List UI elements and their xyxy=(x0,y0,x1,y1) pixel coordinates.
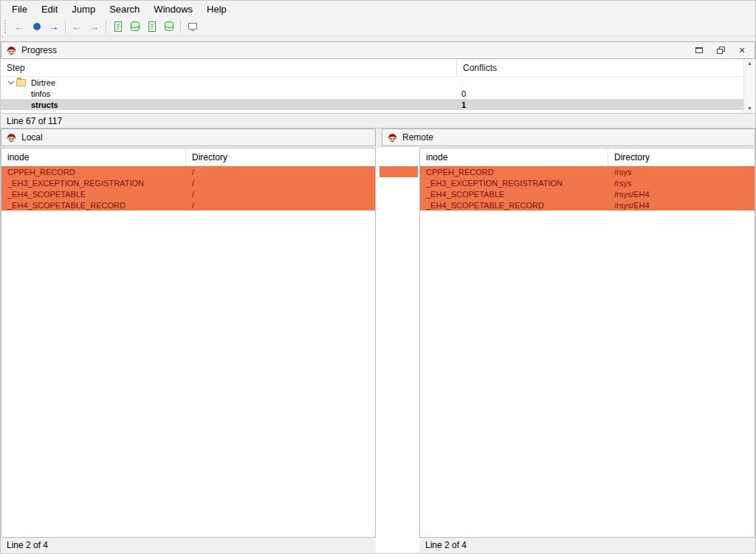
table-row[interactable]: _EH3_EXCEPTION_REGISTRATION /rsys xyxy=(420,177,755,188)
tree-row[interactable]: Dirtree xyxy=(1,77,743,88)
nav-back-glyph: ← xyxy=(72,21,83,32)
nav-forward-glyph: → xyxy=(89,21,100,32)
table-row[interactable]: _EH4_SCOPETABLE /rsys/EH4 xyxy=(420,188,755,199)
bottom-status-bar: Line 2 of 4 Line 2 of 4 xyxy=(1,538,755,553)
menu-item[interactable]: File xyxy=(5,1,35,17)
table-row[interactable]: _EH4_SCOPETABLE_RECORD / xyxy=(1,199,375,211)
remote-status-text: Line 2 of 4 xyxy=(425,540,467,550)
close-glyph: × xyxy=(739,46,745,55)
step-label: structs xyxy=(31,100,58,109)
document-icon-2[interactable] xyxy=(143,18,160,35)
inode-cell: _EH4_SCOPETABLE xyxy=(1,190,186,199)
inode-cell: _EH4_SCOPETABLE_RECORD xyxy=(1,201,186,210)
conflicts-value: 1 xyxy=(461,100,466,109)
remote-table-body: CPPEH_RECORD /rsys _EH3_EXCEPTION_REGIST… xyxy=(420,166,755,211)
toolbar: ← → ← → xyxy=(1,17,755,36)
local-table: inode Directory CPPEH_RECORD / _EH3_EXCE… xyxy=(1,148,376,538)
document-icon[interactable] xyxy=(109,18,126,35)
blue-dot-glyph xyxy=(33,23,41,30)
chevron-glyph xyxy=(7,78,13,84)
status-gutter xyxy=(376,538,419,553)
progress-title: Progress xyxy=(21,45,57,55)
tree-row[interactable]: tinfos 0 xyxy=(1,88,743,99)
progress-titlebar[interactable]: Progress × xyxy=(1,41,755,59)
app-icon xyxy=(387,132,398,143)
directory-cell: /rsys xyxy=(608,179,755,188)
inode-cell: CPPEH_RECORD xyxy=(1,168,186,177)
toolbar-drag-handle[interactable] xyxy=(4,20,8,33)
column-header-inode[interactable]: inode xyxy=(1,148,186,165)
maximize-glyph xyxy=(695,47,703,54)
local-status-text: Line 2 of 4 xyxy=(7,540,48,550)
database-icon[interactable] xyxy=(126,18,143,35)
back-icon[interactable]: ← xyxy=(11,18,28,35)
tree-row[interactable]: structs 1 xyxy=(1,99,743,110)
scroll-down-icon[interactable]: ▼ xyxy=(747,106,752,112)
progress-status-text: Line 67 of 117 xyxy=(7,116,62,126)
column-header-inode[interactable]: inode xyxy=(420,148,608,165)
local-titlebar[interactable]: Local xyxy=(1,129,376,146)
database-icon-2[interactable] xyxy=(160,18,177,35)
local-title: Local xyxy=(21,132,43,143)
folder-icon xyxy=(16,79,26,86)
toolbar-separator xyxy=(65,20,66,33)
remote-table-header: inode Directory xyxy=(420,148,755,166)
titlebar-gap xyxy=(376,129,382,146)
conflicts-value: 0 xyxy=(461,89,466,98)
current-position-icon[interactable] xyxy=(28,18,45,35)
float-icon[interactable] xyxy=(715,45,726,55)
menu-item[interactable]: Help xyxy=(200,1,234,17)
inode-cell: _EH3_EXCEPTION_REGISTRATION xyxy=(420,179,608,188)
directory-cell: /rsys/EH4 xyxy=(608,190,755,199)
navigate-forward-icon[interactable]: → xyxy=(86,18,103,35)
panel-titlebars: Local Remote xyxy=(1,129,755,146)
directory-cell: / xyxy=(186,179,375,188)
step-label: tinfos xyxy=(31,89,50,98)
navigate-back-icon[interactable]: ← xyxy=(69,18,86,35)
progress-window-buttons: × xyxy=(694,45,750,55)
document-glyph xyxy=(146,21,158,33)
table-row[interactable]: _EH3_EXCEPTION_REGISTRATION / xyxy=(1,177,375,188)
directory-cell: /rsys xyxy=(608,168,755,177)
progress-table: Step Conflicts Dirtree tinfos xyxy=(1,59,755,114)
progress-scrollbar[interactable]: ▲ ▼ xyxy=(743,59,755,113)
column-header-step[interactable]: Step xyxy=(1,59,457,76)
directory-cell: / xyxy=(186,201,375,210)
toolbar-separator xyxy=(106,20,106,33)
remote-status: Line 2 of 4 xyxy=(419,538,755,553)
step-label: Dirtree xyxy=(31,78,55,87)
app-window: File Edit Jump Search Windows Help ← → ←… xyxy=(0,0,756,554)
menu-item[interactable]: Search xyxy=(103,1,147,17)
remote-table: inode Directory CPPEH_RECORD /rsys _EH3_… xyxy=(419,148,755,538)
column-header-directory[interactable]: Directory xyxy=(608,148,755,165)
remote-titlebar[interactable]: Remote xyxy=(382,129,755,146)
back-arrow-glyph: ← xyxy=(14,21,25,32)
menu-item[interactable]: Edit xyxy=(35,1,65,17)
local-table-body: CPPEH_RECORD / _EH3_EXCEPTION_REGISTRATI… xyxy=(1,166,375,211)
table-row[interactable]: _EH4_SCOPETABLE_RECORD /rsys/EH4 xyxy=(420,199,755,211)
diff-content: inode Directory CPPEH_RECORD / _EH3_EXCE… xyxy=(1,148,755,538)
forward-icon[interactable]: → xyxy=(45,18,62,35)
toolbar-separator xyxy=(180,20,181,33)
document-glyph xyxy=(112,21,124,33)
maximize-icon[interactable] xyxy=(694,45,704,55)
desktop-glyph xyxy=(187,21,199,33)
table-row[interactable]: CPPEH_RECORD / xyxy=(1,166,375,177)
menu-item[interactable]: Jump xyxy=(65,1,103,17)
conflict-marker[interactable] xyxy=(379,166,418,177)
table-row[interactable]: CPPEH_RECORD /rsys xyxy=(420,166,755,177)
diff-map-gutter xyxy=(376,148,419,538)
close-icon[interactable]: × xyxy=(737,45,747,55)
column-header-conflicts[interactable]: Conflicts xyxy=(457,59,743,76)
database-glyph xyxy=(129,21,141,33)
column-header-directory[interactable]: Directory xyxy=(186,148,375,165)
menu-item[interactable]: Windows xyxy=(147,1,200,17)
progress-table-header: Step Conflicts xyxy=(1,59,743,77)
inode-cell: CPPEH_RECORD xyxy=(420,168,608,177)
scroll-up-icon[interactable]: ▲ xyxy=(747,61,752,66)
table-row[interactable]: _EH4_SCOPETABLE / xyxy=(1,188,375,199)
directory-cell: / xyxy=(186,190,375,199)
database-glyph xyxy=(163,21,175,33)
desktop-icon[interactable] xyxy=(184,18,201,35)
chevron-down-icon[interactable] xyxy=(5,81,16,83)
